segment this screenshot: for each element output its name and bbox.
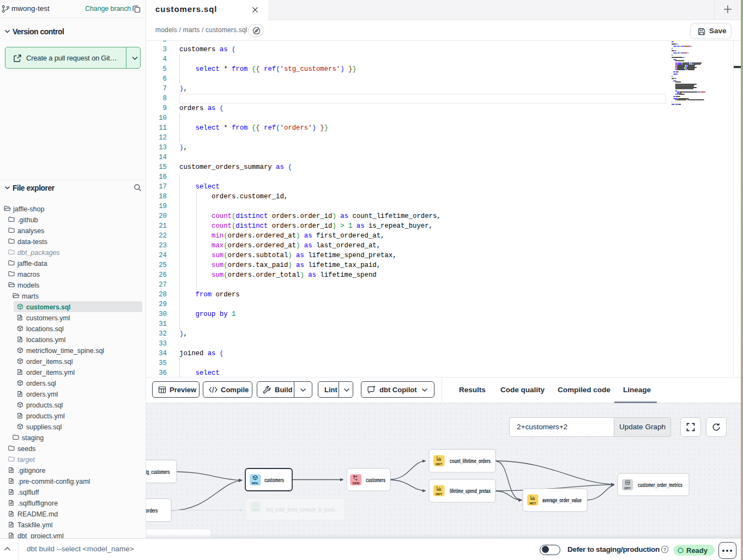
svg-text:count_lifetime_orders: count_lifetime_orders	[450, 458, 491, 464]
svg-text:stg_orders: stg_orders	[146, 508, 158, 514]
svg-text:SEM: SEM	[353, 482, 360, 485]
svg-text:TST: TST	[253, 508, 259, 512]
svg-text:customer_order_metrics: customer_order_metrics	[638, 482, 682, 488]
svg-text:stg_customers: stg_customers	[146, 469, 170, 475]
svg-text:customers: customers	[264, 477, 284, 483]
svg-text:QRY: QRY	[624, 486, 631, 490]
svg-text:test_order_items_compute_to_bo: test_order_items_compute_to_bools…	[266, 507, 339, 513]
svg-text:average_order_value: average_order_value	[542, 497, 582, 503]
svg-text:MET: MET	[436, 492, 443, 496]
svg-text:MDL: MDL	[252, 482, 259, 485]
svg-text:MET: MET	[529, 502, 536, 505]
svg-text:MET: MET	[436, 462, 443, 466]
svg-text:customers: customers	[366, 477, 385, 483]
svg-text:?: ?	[663, 547, 667, 552]
svg-text:lifetime_spend_pretax: lifetime_spend_pretax	[450, 488, 491, 494]
